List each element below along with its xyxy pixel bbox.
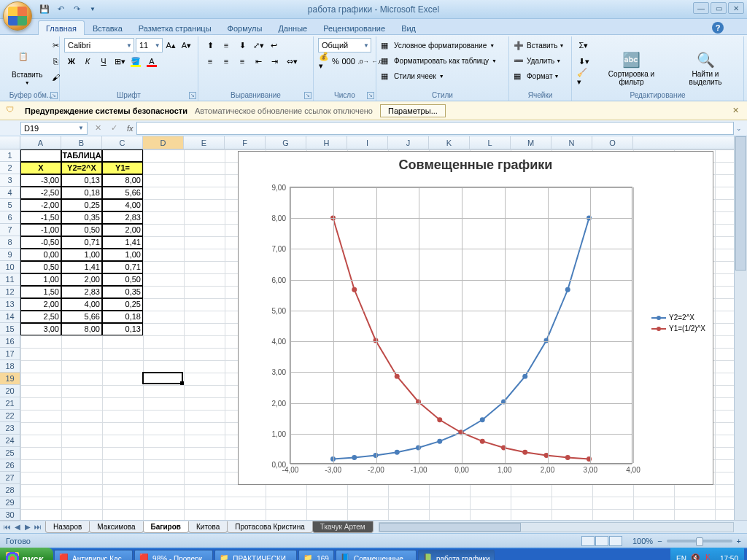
row-header[interactable]: 25: [0, 447, 20, 459]
underline-button[interactable]: Ч: [96, 54, 111, 69]
row-header[interactable]: 19: [0, 373, 20, 385]
percent-icon[interactable]: %: [331, 54, 340, 69]
conditional-formatting-button[interactable]: ▦Условное форматирование▼: [381, 38, 504, 52]
delete-cells-button[interactable]: ➖Удалить▼: [514, 53, 567, 68]
horizontal-scrollbar[interactable]: [379, 522, 734, 532]
column-header[interactable]: K: [429, 136, 470, 149]
close-icon[interactable]: ✕: [729, 105, 741, 117]
minimize-button[interactable]: —: [693, 2, 709, 14]
row-header[interactable]: 14: [0, 311, 20, 323]
increase-indent-icon[interactable]: ⇥: [267, 54, 282, 69]
row-header[interactable]: 22: [0, 410, 20, 422]
border-button[interactable]: ⊞▾: [112, 54, 127, 69]
format-as-table-button[interactable]: ▦Форматировать как таблицу▼: [381, 53, 504, 68]
row-header[interactable]: 27: [0, 472, 20, 484]
start-button[interactable]: пуск: [0, 548, 53, 560]
ribbon-tab-2[interactable]: Разметка страницы: [131, 20, 220, 35]
tray-icon[interactable]: K: [705, 553, 716, 560]
row-header[interactable]: 8: [0, 236, 20, 249]
row-header[interactable]: 5: [0, 199, 20, 211]
cancel-icon[interactable]: ✕: [90, 121, 105, 136]
select-all-corner[interactable]: [0, 136, 20, 149]
chart-object[interactable]: Совмещенные графики 0,001,002,003,004,00…: [238, 151, 713, 485]
wrap-text-button[interactable]: ↩: [267, 38, 281, 52]
sheet-tab[interactable]: Протасова Кристина: [227, 521, 313, 533]
row-header[interactable]: 12: [0, 286, 20, 298]
row-header[interactable]: 16: [0, 335, 20, 348]
column-header[interactable]: J: [388, 136, 429, 149]
zoom-level[interactable]: 100%: [632, 537, 653, 545]
enter-icon[interactable]: ✓: [107, 121, 121, 136]
row-header[interactable]: 24: [0, 435, 20, 447]
row-header[interactable]: 11: [0, 273, 20, 286]
align-right-icon[interactable]: ≡: [235, 54, 249, 69]
zoom-in-icon[interactable]: +: [737, 537, 741, 545]
find-select-button[interactable]: 🔍 Найти и выделить: [672, 38, 739, 99]
security-options-button[interactable]: Параметры...: [380, 104, 446, 117]
office-button[interactable]: [3, 1, 32, 31]
column-header[interactable]: C: [102, 136, 143, 149]
taskbar-item[interactable]: 📘Совмещенные ...: [336, 550, 417, 560]
dialog-launcher-icon[interactable]: ↘: [367, 92, 374, 99]
column-header[interactable]: L: [470, 136, 511, 149]
column-header[interactable]: B: [61, 136, 102, 149]
row-header[interactable]: 1: [0, 149, 20, 162]
clock[interactable]: 17:50: [720, 555, 738, 561]
column-header[interactable]: M: [511, 136, 551, 149]
close-button[interactable]: ✕: [728, 2, 744, 14]
column-header[interactable]: A: [20, 136, 61, 149]
insert-cells-button[interactable]: ➕Вставить▼: [514, 38, 567, 52]
view-buttons[interactable]: [581, 536, 622, 546]
bold-button[interactable]: Ж: [64, 54, 79, 69]
row-header[interactable]: 10: [0, 261, 20, 273]
currency-icon[interactable]: 💰▾: [318, 54, 330, 69]
column-header[interactable]: N: [551, 136, 592, 149]
ribbon-tab-1[interactable]: Вставка: [85, 20, 131, 35]
dialog-launcher-icon[interactable]: ↘: [189, 92, 196, 99]
paste-button[interactable]: 📋 Вставить ▼: [7, 38, 47, 99]
column-header[interactable]: G: [266, 136, 306, 149]
increase-decimal-icon[interactable]: ,0→: [357, 54, 370, 69]
font-size-combo[interactable]: 11▼: [136, 38, 163, 52]
row-header[interactable]: 9: [0, 249, 20, 261]
row-header[interactable]: 26: [0, 459, 20, 472]
sheet-tab[interactable]: Максимова: [89, 521, 143, 533]
font-name-combo[interactable]: Calibri▼: [64, 38, 134, 52]
system-tray[interactable]: EN 🔇 K 17:50: [670, 548, 744, 560]
italic-button[interactable]: К: [80, 54, 95, 69]
format-cells-button[interactable]: ▦Формат▼: [514, 69, 567, 83]
align-center-icon[interactable]: ≡: [219, 54, 233, 69]
align-middle-icon[interactable]: ≡: [219, 38, 233, 52]
row-header[interactable]: 6: [0, 211, 20, 224]
redo-icon[interactable]: ↷: [70, 3, 83, 16]
maximize-button[interactable]: ▭: [711, 2, 727, 14]
row-header[interactable]: 28: [0, 484, 20, 497]
font-color-button[interactable]: A: [144, 54, 159, 69]
ribbon-tab-6[interactable]: Вид: [393, 20, 424, 35]
taskbar-item[interactable]: 📁169: [298, 550, 334, 560]
undo-icon[interactable]: ↶: [54, 3, 67, 16]
sort-filter-button[interactable]: 🔤 Сортировка и фильтр: [592, 38, 670, 99]
row-header[interactable]: 18: [0, 360, 20, 373]
row-header[interactable]: 20: [0, 385, 20, 397]
orientation-icon[interactable]: ⤢▾: [251, 38, 266, 52]
align-bottom-icon[interactable]: ⬇: [235, 38, 249, 52]
taskbar-item[interactable]: 🟥98% - Проверк...: [134, 550, 213, 560]
ribbon-tab-4[interactable]: Данные: [270, 20, 315, 35]
column-header[interactable]: E: [184, 136, 225, 149]
row-header[interactable]: 3: [0, 174, 20, 187]
shrink-font-icon[interactable]: A▾: [179, 38, 193, 52]
save-icon[interactable]: 💾: [38, 3, 51, 16]
taskbar-item[interactable]: 🟥Антивирус Кас...: [54, 550, 133, 560]
zoom-out-icon[interactable]: −: [657, 537, 662, 545]
column-header[interactable]: D: [143, 136, 184, 149]
row-header[interactable]: 2: [0, 162, 20, 174]
dialog-launcher-icon[interactable]: ↘: [50, 92, 58, 99]
sheet-tab[interactable]: Китова: [188, 521, 228, 533]
help-icon[interactable]: ?: [712, 22, 724, 34]
zoom-slider[interactable]: [667, 540, 732, 542]
fill-color-button[interactable]: 🪣: [128, 54, 143, 69]
taskbar-item[interactable]: 📁ПРАКТИЧЕСКИ...: [214, 550, 297, 560]
decrease-indent-icon[interactable]: ⇤: [251, 54, 266, 69]
sheet-tab[interactable]: Назаров: [45, 521, 90, 533]
